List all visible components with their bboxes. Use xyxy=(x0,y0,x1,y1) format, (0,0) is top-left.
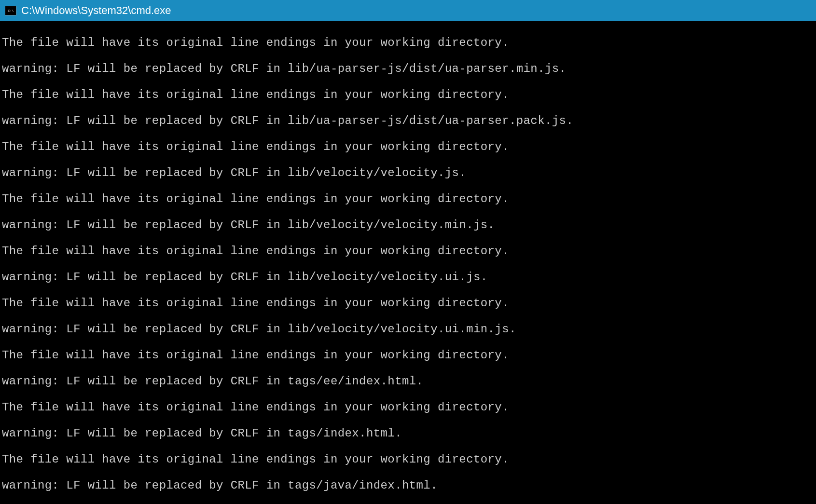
output-line: warning: LF will be replaced by CRLF in … xyxy=(2,166,814,179)
output-line: The file will have its original line end… xyxy=(2,453,814,466)
terminal-output[interactable]: The file will have its original line end… xyxy=(0,21,816,504)
window-titlebar: C:\ C:\Windows\System32\cmd.exe xyxy=(0,0,816,21)
output-line: The file will have its original line end… xyxy=(2,349,814,362)
output-line: The file will have its original line end… xyxy=(2,192,814,205)
output-line: warning: LF will be replaced by CRLF in … xyxy=(2,62,814,75)
output-line: warning: LF will be replaced by CRLF in … xyxy=(2,479,814,492)
output-line: warning: LF will be replaced by CRLF in … xyxy=(2,218,814,232)
output-line: warning: LF will be replaced by CRLF in … xyxy=(2,114,814,127)
output-line: The file will have its original line end… xyxy=(2,401,814,414)
output-line: warning: LF will be replaced by CRLF in … xyxy=(2,375,814,388)
output-line: warning: LF will be replaced by CRLF in … xyxy=(2,271,814,284)
output-line: The file will have its original line end… xyxy=(2,140,814,153)
cmd-icon: C:\ xyxy=(5,6,16,15)
output-line: warning: LF will be replaced by CRLF in … xyxy=(2,323,814,336)
window-title: C:\Windows\System32\cmd.exe xyxy=(21,4,171,17)
output-line: The file will have its original line end… xyxy=(2,36,814,49)
output-line: The file will have its original line end… xyxy=(2,297,814,310)
output-line: warning: LF will be replaced by CRLF in … xyxy=(2,427,814,440)
output-line: The file will have its original line end… xyxy=(2,88,814,101)
output-line: The file will have its original line end… xyxy=(2,245,814,258)
